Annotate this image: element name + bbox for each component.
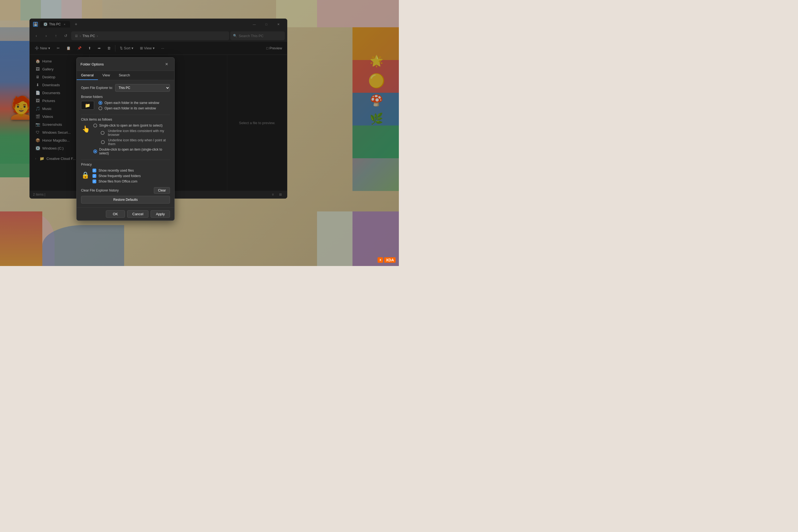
modal-overlay: Folder Options ✕ General View Search Ope…: [0, 0, 399, 266]
click-option2-label: Double-click to open an item (single-cli…: [99, 148, 170, 155]
xda-logo-text: XDA: [384, 257, 396, 263]
click-radio-1[interactable]: [93, 124, 97, 128]
browse-folder-icon: 📁: [81, 101, 94, 110]
browse-radio-2[interactable]: [98, 107, 102, 110]
dialog-title: Folder Options: [80, 62, 104, 66]
clear-btn[interactable]: Clear: [154, 187, 170, 194]
open-to-label: Open File Explorer to:: [81, 86, 113, 90]
privacy-check2-row: ✓ Show frequently used folders: [93, 174, 170, 178]
click-section-label: Click items as follows: [81, 118, 170, 121]
dialog-close-btn[interactable]: ✕: [163, 60, 171, 68]
privacy-checkbox-3[interactable]: ✓: [93, 179, 96, 183]
privacy-checkbox-2[interactable]: ✓: [93, 174, 96, 178]
xda-logo-icon: X: [378, 257, 383, 263]
browse-section-label: Browse folders: [81, 95, 170, 99]
browse-option2-row: Open each folder in its own window: [98, 107, 159, 110]
divider-1: [81, 115, 170, 115]
click-sub-radio-1[interactable]: [101, 131, 104, 135]
privacy-section-label: Privacy: [81, 163, 170, 167]
click-radio-group: Single-click to open an item (point to s…: [93, 124, 170, 157]
tab-view[interactable]: View: [98, 71, 114, 80]
dialog-tabs: General View Search: [77, 71, 174, 80]
tab-general[interactable]: General: [77, 71, 98, 80]
privacy-checkbox-1[interactable]: ✓: [93, 169, 96, 172]
browse-options: 📁 Open each folder in the same window Op…: [81, 101, 170, 112]
privacy-check2-label: Show frequently used folders: [98, 174, 141, 178]
privacy-check1-label: Show recently used files: [98, 169, 134, 172]
dialog-body: Open File Explorer to: This PC Quick acc…: [77, 80, 174, 207]
privacy-check3-row: ✓ Show files from Office.com: [93, 179, 170, 183]
apply-btn[interactable]: Apply: [151, 210, 170, 218]
clear-history-row: Clear File Explorer history Clear: [81, 187, 170, 194]
open-to-row: Open File Explorer to: This PC Quick acc…: [81, 84, 170, 92]
privacy-checkboxes: ✓ Show recently used files ✓ Show freque…: [93, 169, 170, 185]
ok-btn[interactable]: OK: [106, 210, 125, 218]
privacy-check3-label: Show files from Office.com: [98, 179, 137, 183]
click-sub2-label: Underline icon titles only when I point …: [107, 138, 170, 146]
click-sub-radio-2[interactable]: [101, 140, 105, 144]
browse-option1-row: Open each folder in the same window: [98, 101, 159, 105]
dialog-title-bar: Folder Options ✕: [77, 58, 174, 71]
browse-radio-group: Open each folder in the same window Open…: [98, 101, 159, 112]
click-option2-row: Double-click to open an item (single-cli…: [93, 148, 170, 155]
click-radio-2[interactable]: [93, 150, 97, 153]
restore-defaults-btn[interactable]: Restore Defaults: [81, 196, 170, 204]
privacy-options-area: 🔒 ✓ Show recently used files ✓ Show freq…: [81, 169, 170, 185]
clear-label: Clear File Explorer history: [81, 189, 119, 192]
click-cursor-icon: 👆: [81, 124, 91, 134]
folder-options-dialog: Folder Options ✕ General View Search Ope…: [76, 57, 175, 221]
browse-option1-label: Open each folder in the same window: [104, 101, 159, 105]
click-sub2-row: Underline icon titles only when I point …: [93, 138, 170, 146]
tab-search[interactable]: Search: [114, 71, 134, 80]
dialog-footer: OK Cancel Apply: [77, 207, 174, 221]
privacy-icon: 🔒: [81, 169, 90, 182]
browse-option2-label: Open each folder in its own window: [104, 107, 156, 110]
click-option1-row: Single-click to open an item (point to s…: [93, 124, 170, 128]
divider-2: [81, 159, 170, 160]
browse-radio-1[interactable]: [98, 101, 102, 105]
privacy-check1-row: ✓ Show recently used files: [93, 169, 170, 172]
cancel-btn[interactable]: Cancel: [127, 210, 148, 218]
xda-watermark: X XDA: [378, 257, 396, 263]
open-to-select[interactable]: This PC Quick access: [115, 84, 170, 92]
click-option1-label: Single-click to open an item (point to s…: [99, 124, 163, 128]
click-sub1-label: Underline icon titles consistent with my…: [107, 129, 170, 137]
click-sub1-row: Underline icon titles consistent with my…: [93, 129, 170, 137]
click-options: 👆 Single-click to open an item (point to…: [81, 124, 170, 157]
